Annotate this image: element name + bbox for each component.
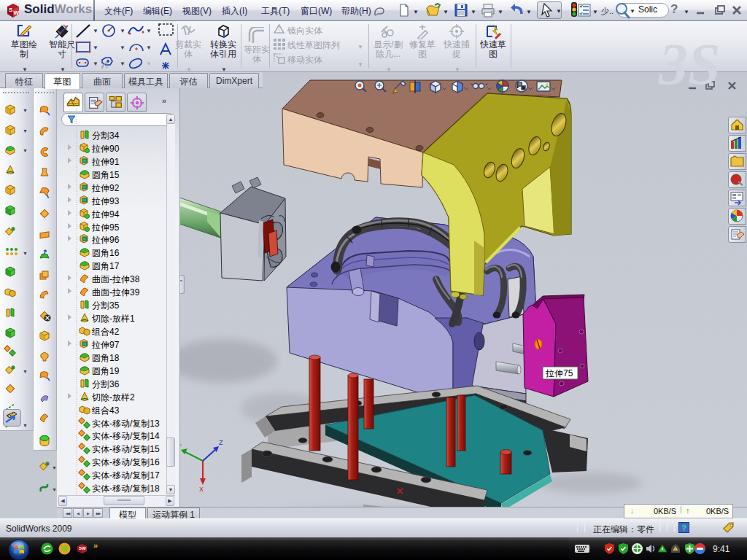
svg-text:W: W xyxy=(14,9,20,16)
svg-text:▼: ▼ xyxy=(23,108,28,113)
svg-text:▼: ▼ xyxy=(120,28,125,34)
svg-text:▼: ▼ xyxy=(120,61,125,67)
svg-text:拉伸75: 拉伸75 xyxy=(545,368,573,378)
svg-text:Z: Z xyxy=(219,439,223,446)
svg-text:▼: ▼ xyxy=(23,128,28,133)
svg-text:▼: ▼ xyxy=(52,465,57,470)
svg-text:▼: ▼ xyxy=(93,28,98,34)
svg-text:▼: ▼ xyxy=(120,44,125,51)
svg-text:▼: ▼ xyxy=(93,44,98,51)
svg-text:▼: ▼ xyxy=(23,251,28,256)
svg-text:SW: SW xyxy=(79,546,86,551)
svg-text:!: ! xyxy=(675,547,676,551)
svg-text:▼: ▼ xyxy=(23,148,28,153)
svg-text:▼: ▼ xyxy=(52,487,57,492)
svg-text:▼: ▼ xyxy=(146,61,152,67)
svg-text:X: X xyxy=(199,486,204,493)
svg-text:▼: ▼ xyxy=(146,44,152,51)
svg-text:▼: ▼ xyxy=(93,61,98,67)
svg-text:▼: ▼ xyxy=(23,423,28,428)
svg-text:▼: ▼ xyxy=(146,28,152,34)
svg-text:▼: ▼ xyxy=(23,369,28,374)
svg-text:S: S xyxy=(9,7,13,13)
